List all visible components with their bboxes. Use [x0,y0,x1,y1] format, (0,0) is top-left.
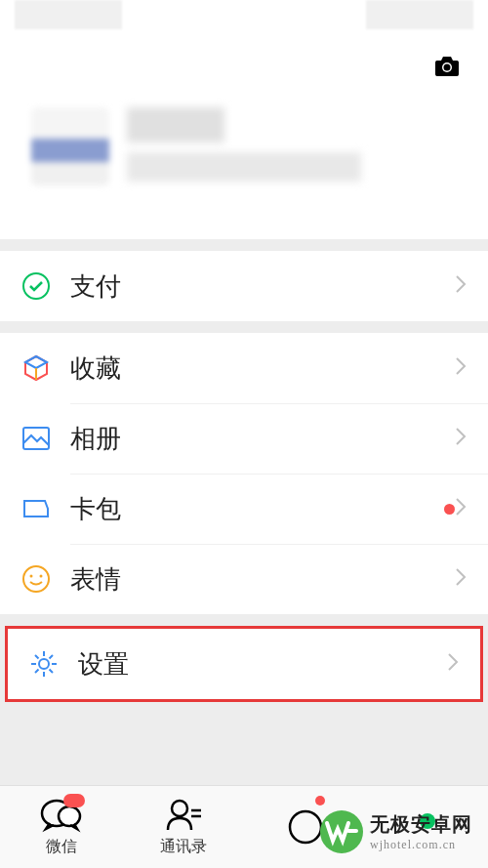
pay-section: 支付 [0,251,488,321]
profile-text [127,107,361,186]
cards-label: 卡包 [70,492,436,526]
svg-point-10 [172,801,187,816]
svg-point-7 [39,659,49,669]
profile-name-blurred [127,107,224,143]
chevron-right-icon [455,497,467,520]
svg-point-5 [30,575,33,578]
settings-label: 设置 [78,647,447,682]
svg-point-9 [59,806,80,826]
status-right [366,0,473,29]
album-label: 相册 [70,422,455,456]
menu-item-favorites[interactable]: 收藏 [0,333,488,403]
status-left [15,0,122,29]
cards-icon [21,494,51,523]
menu-item-stickers[interactable]: 表情 [0,544,488,614]
svg-point-2 [23,273,49,299]
profile-header [0,0,488,239]
tab-chats[interactable]: 微信 [0,786,122,868]
status-bar [0,0,488,39]
menu-item-cards[interactable]: 卡包 [0,474,488,544]
favorites-label: 收藏 [70,351,455,386]
watermark-text: 无极安卓网 wjhotel.com.cn [370,811,472,852]
watermark: 无极安卓网 wjhotel.com.cn [319,809,472,854]
svg-point-11 [290,811,321,843]
chevron-right-icon [455,356,467,380]
red-dot-badge [444,504,455,515]
utilities-section: 收藏 相册 卡包 [0,333,488,614]
stickers-icon [21,564,51,594]
watermark-title: 无极安卓网 [370,811,472,838]
svg-point-6 [40,575,43,578]
album-icon [21,424,51,453]
chats-badge [63,794,85,807]
watermark-url: wjhotel.com.cn [370,838,472,852]
chevron-right-icon [447,652,459,676]
chevron-right-icon [455,274,467,298]
menu-item-pay[interactable]: 支付 [0,251,488,321]
favorites-icon [21,353,51,383]
watermark-logo [319,809,364,854]
pay-icon [21,271,51,301]
tab-contacts[interactable]: 通讯录 [122,786,244,868]
discover-badge [315,796,325,806]
svg-point-4 [23,566,49,592]
profile-id-blurred [127,152,361,182]
settings-section-highlighted: 设置 [5,626,483,702]
stickers-label: 表情 [70,562,455,597]
chevron-right-icon [455,427,467,450]
pay-label: 支付 [70,269,455,304]
menu-item-settings[interactable]: 设置 [8,629,480,699]
menu-item-album[interactable]: 相册 [0,403,488,474]
settings-icon [29,649,59,679]
avatar [31,107,109,186]
profile-area[interactable] [31,107,361,186]
tab-contacts-label: 通讯录 [160,837,207,857]
chevron-right-icon [455,567,467,591]
tab-chats-label: 微信 [46,837,77,857]
camera-icon[interactable] [433,55,461,82]
contacts-icon [162,797,205,834]
svg-point-1 [444,64,451,71]
